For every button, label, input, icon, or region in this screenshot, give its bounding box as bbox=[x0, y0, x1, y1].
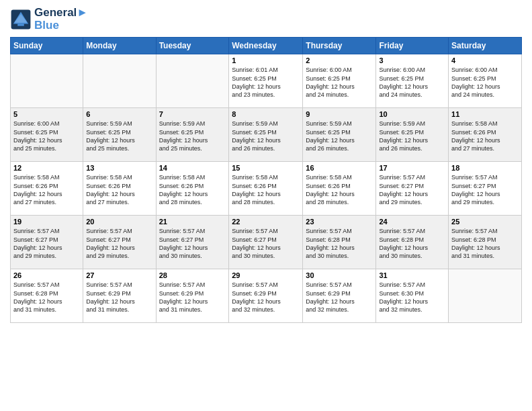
day-number: 19 bbox=[13, 218, 80, 226]
calendar-week-row: 19Sunrise: 5:57 AMSunset: 6:27 PMDayligh… bbox=[11, 216, 522, 269]
day-info: Sunrise: 6:00 AMSunset: 6:25 PMDaylight:… bbox=[379, 66, 445, 99]
day-number: 30 bbox=[306, 271, 373, 279]
calendar-cell: 5Sunrise: 6:00 AMSunset: 6:25 PMDaylight… bbox=[11, 108, 83, 162]
logo-icon bbox=[10, 9, 32, 30]
calendar-cell: 15Sunrise: 5:58 AMSunset: 6:26 PMDayligh… bbox=[229, 162, 303, 216]
calendar-cell: 21Sunrise: 5:57 AMSunset: 6:27 PMDayligh… bbox=[156, 216, 229, 269]
day-info: Sunrise: 5:58 AMSunset: 6:26 PMDaylight:… bbox=[159, 173, 226, 206]
weekday-header: Wednesday bbox=[229, 38, 303, 54]
calendar-cell: 26Sunrise: 5:57 AMSunset: 6:28 PMDayligh… bbox=[11, 269, 83, 323]
day-number: 16 bbox=[306, 164, 373, 172]
calendar-cell: 19Sunrise: 5:57 AMSunset: 6:27 PMDayligh… bbox=[11, 216, 83, 269]
day-info: Sunrise: 5:57 AMSunset: 6:29 PMDaylight:… bbox=[232, 281, 300, 314]
calendar-week-row: 12Sunrise: 5:58 AMSunset: 6:26 PMDayligh… bbox=[11, 162, 522, 216]
day-number: 26 bbox=[13, 271, 80, 279]
calendar-cell bbox=[156, 54, 229, 108]
calendar-cell: 28Sunrise: 5:57 AMSunset: 6:29 PMDayligh… bbox=[156, 269, 229, 323]
day-info: Sunrise: 6:00 AMSunset: 6:25 PMDaylight:… bbox=[451, 66, 519, 99]
weekday-header: Thursday bbox=[303, 38, 376, 54]
calendar-cell: 2Sunrise: 6:00 AMSunset: 6:25 PMDaylight… bbox=[303, 54, 376, 108]
calendar-cell: 1Sunrise: 6:01 AMSunset: 6:25 PMDaylight… bbox=[229, 54, 303, 108]
day-number: 11 bbox=[451, 110, 519, 118]
day-number: 23 bbox=[306, 218, 373, 226]
calendar-cell: 7Sunrise: 5:59 AMSunset: 6:25 PMDaylight… bbox=[156, 108, 229, 162]
header: General► Blue bbox=[10, 7, 522, 32]
calendar-cell: 17Sunrise: 5:57 AMSunset: 6:27 PMDayligh… bbox=[376, 162, 449, 216]
day-info: Sunrise: 5:59 AMSunset: 6:25 PMDaylight:… bbox=[379, 120, 445, 152]
calendar-cell: 6Sunrise: 5:59 AMSunset: 6:25 PMDaylight… bbox=[83, 108, 156, 162]
day-info: Sunrise: 5:57 AMSunset: 6:29 PMDaylight:… bbox=[86, 281, 152, 314]
calendar-cell: 22Sunrise: 5:57 AMSunset: 6:27 PMDayligh… bbox=[229, 216, 303, 269]
calendar-cell: 13Sunrise: 5:58 AMSunset: 6:26 PMDayligh… bbox=[83, 162, 156, 216]
calendar-cell: 30Sunrise: 5:57 AMSunset: 6:29 PMDayligh… bbox=[303, 269, 376, 323]
day-info: Sunrise: 5:59 AMSunset: 6:25 PMDaylight:… bbox=[306, 120, 373, 152]
calendar-cell: 23Sunrise: 5:57 AMSunset: 6:28 PMDayligh… bbox=[303, 216, 376, 269]
day-number: 21 bbox=[159, 218, 226, 226]
calendar-cell: 25Sunrise: 5:57 AMSunset: 6:28 PMDayligh… bbox=[449, 216, 522, 269]
weekday-header: Tuesday bbox=[156, 38, 229, 54]
weekday-header: Monday bbox=[83, 38, 156, 54]
day-info: Sunrise: 5:57 AMSunset: 6:30 PMDaylight:… bbox=[379, 281, 445, 314]
calendar-table: SundayMondayTuesdayWednesdayThursdayFrid… bbox=[10, 37, 522, 323]
day-number: 31 bbox=[379, 271, 445, 279]
day-number: 7 bbox=[159, 110, 226, 118]
day-info: Sunrise: 5:57 AMSunset: 6:28 PMDaylight:… bbox=[306, 227, 373, 260]
calendar-cell: 11Sunrise: 5:58 AMSunset: 6:26 PMDayligh… bbox=[449, 108, 522, 162]
calendar-cell: 3Sunrise: 6:00 AMSunset: 6:25 PMDaylight… bbox=[376, 54, 449, 108]
day-number: 17 bbox=[379, 164, 445, 172]
day-info: Sunrise: 5:57 AMSunset: 6:28 PMDaylight:… bbox=[451, 227, 519, 260]
day-info: Sunrise: 5:57 AMSunset: 6:27 PMDaylight:… bbox=[379, 173, 445, 206]
day-info: Sunrise: 5:58 AMSunset: 6:26 PMDaylight:… bbox=[86, 173, 152, 206]
day-number: 2 bbox=[306, 56, 373, 64]
calendar-cell bbox=[449, 269, 522, 323]
calendar-cell: 31Sunrise: 5:57 AMSunset: 6:30 PMDayligh… bbox=[376, 269, 449, 323]
svg-rect-3 bbox=[17, 24, 24, 26]
day-number: 24 bbox=[379, 218, 445, 226]
day-number: 15 bbox=[232, 164, 300, 172]
day-info: Sunrise: 6:01 AMSunset: 6:25 PMDaylight:… bbox=[232, 66, 300, 99]
day-info: Sunrise: 5:57 AMSunset: 6:27 PMDaylight:… bbox=[13, 227, 80, 260]
calendar-cell: 14Sunrise: 5:58 AMSunset: 6:26 PMDayligh… bbox=[156, 162, 229, 216]
header-row: SundayMondayTuesdayWednesdayThursdayFrid… bbox=[11, 38, 522, 54]
calendar-cell: 18Sunrise: 5:57 AMSunset: 6:27 PMDayligh… bbox=[449, 162, 522, 216]
calendar-cell bbox=[83, 54, 156, 108]
calendar-cell: 12Sunrise: 5:58 AMSunset: 6:26 PMDayligh… bbox=[11, 162, 83, 216]
day-number: 14 bbox=[159, 164, 226, 172]
day-number: 12 bbox=[13, 164, 80, 172]
day-info: Sunrise: 5:57 AMSunset: 6:27 PMDaylight:… bbox=[159, 227, 226, 260]
calendar-cell: 27Sunrise: 5:57 AMSunset: 6:29 PMDayligh… bbox=[83, 269, 156, 323]
day-number: 28 bbox=[159, 271, 226, 279]
day-number: 27 bbox=[86, 271, 152, 279]
day-number: 20 bbox=[86, 218, 152, 226]
day-info: Sunrise: 5:57 AMSunset: 6:28 PMDaylight:… bbox=[379, 227, 445, 260]
day-info: Sunrise: 5:59 AMSunset: 6:25 PMDaylight:… bbox=[232, 120, 300, 152]
day-number: 3 bbox=[379, 56, 445, 64]
day-number: 29 bbox=[232, 271, 300, 279]
day-number: 5 bbox=[13, 110, 80, 118]
calendar-cell: 10Sunrise: 5:59 AMSunset: 6:25 PMDayligh… bbox=[376, 108, 449, 162]
weekday-header: Sunday bbox=[11, 38, 83, 54]
day-info: Sunrise: 5:57 AMSunset: 6:29 PMDaylight:… bbox=[306, 281, 373, 314]
day-info: Sunrise: 5:57 AMSunset: 6:27 PMDaylight:… bbox=[451, 173, 519, 206]
calendar-cell: 16Sunrise: 5:58 AMSunset: 6:26 PMDayligh… bbox=[303, 162, 376, 216]
calendar-cell: 8Sunrise: 5:59 AMSunset: 6:25 PMDaylight… bbox=[229, 108, 303, 162]
day-number: 25 bbox=[451, 218, 519, 226]
calendar-cell: 4Sunrise: 6:00 AMSunset: 6:25 PMDaylight… bbox=[449, 54, 522, 108]
day-number: 4 bbox=[451, 56, 519, 64]
day-info: Sunrise: 5:57 AMSunset: 6:27 PMDaylight:… bbox=[232, 227, 300, 260]
day-number: 9 bbox=[306, 110, 373, 118]
day-info: Sunrise: 5:58 AMSunset: 6:26 PMDaylight:… bbox=[306, 173, 373, 206]
day-number: 10 bbox=[379, 110, 445, 118]
day-info: Sunrise: 5:57 AMSunset: 6:27 PMDaylight:… bbox=[86, 227, 152, 260]
calendar-cell: 24Sunrise: 5:57 AMSunset: 6:28 PMDayligh… bbox=[376, 216, 449, 269]
day-number: 13 bbox=[86, 164, 152, 172]
weekday-header: Saturday bbox=[449, 38, 522, 54]
day-info: Sunrise: 5:58 AMSunset: 6:26 PMDaylight:… bbox=[232, 173, 300, 206]
logo: General► Blue bbox=[10, 7, 88, 32]
calendar-week-row: 26Sunrise: 5:57 AMSunset: 6:28 PMDayligh… bbox=[11, 269, 522, 323]
calendar-cell: 20Sunrise: 5:57 AMSunset: 6:27 PMDayligh… bbox=[83, 216, 156, 269]
calendar-cell: 29Sunrise: 5:57 AMSunset: 6:29 PMDayligh… bbox=[229, 269, 303, 323]
day-info: Sunrise: 5:57 AMSunset: 6:29 PMDaylight:… bbox=[159, 281, 226, 314]
day-info: Sunrise: 6:00 AMSunset: 6:25 PMDaylight:… bbox=[13, 120, 80, 152]
day-info: Sunrise: 5:58 AMSunset: 6:26 PMDaylight:… bbox=[451, 120, 519, 152]
